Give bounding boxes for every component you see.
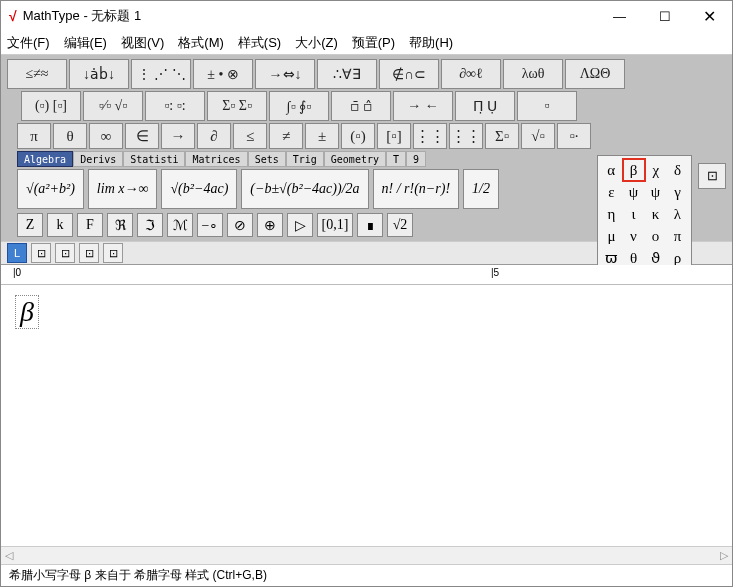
greek-kappa[interactable]: κ xyxy=(645,203,667,225)
pal-frac-root[interactable]: ▫⁄▫ √▫ xyxy=(83,91,143,121)
pal-box[interactable]: ▫ xyxy=(517,91,577,121)
sym-re[interactable]: ℜ xyxy=(107,213,133,237)
greek-gamma[interactable]: γ xyxy=(667,181,689,203)
pal-integral[interactable]: ∫▫ ∮▫ xyxy=(269,91,329,121)
sym-bracket[interactable]: [▫] xyxy=(377,123,411,149)
greek-eta[interactable]: η xyxy=(601,203,623,225)
sym-oslash[interactable]: ⊘ xyxy=(227,213,253,237)
sym-sqrt[interactable]: √▫ xyxy=(521,123,555,149)
horizontal-scrollbar[interactable]: ◁ ▷ xyxy=(1,546,732,564)
greek-eps[interactable]: ε xyxy=(601,181,623,203)
editor-area[interactable]: β xyxy=(1,285,732,546)
pal-binops[interactable]: ± • ⊗ xyxy=(193,59,253,89)
sym-neq[interactable]: ≠ xyxy=(269,123,303,149)
sym-pi[interactable]: π xyxy=(17,123,51,149)
greek-nu[interactable]: ν xyxy=(623,225,645,247)
tpl-limit[interactable]: lim x→∞ xyxy=(88,169,158,209)
scroll-right-icon[interactable]: ▷ xyxy=(720,549,728,562)
pal-calc[interactable]: ∂∞ℓ xyxy=(441,59,501,89)
sym-inf[interactable]: ∞ xyxy=(89,123,123,149)
mt-btn-1[interactable]: L xyxy=(7,243,27,263)
maximize-button[interactable]: ☐ xyxy=(642,1,687,31)
pal-sum[interactable]: Σ▫ Σ▫ xyxy=(207,91,267,121)
sym-Z[interactable]: Z xyxy=(17,213,43,237)
tab-geometry[interactable]: Geometry xyxy=(324,151,386,167)
pal-subsup[interactable]: ▫: ▫: xyxy=(145,91,205,121)
sym-tri[interactable]: ▷ xyxy=(287,213,313,237)
tpl-half[interactable]: 1/2 xyxy=(463,169,499,209)
pal-rel-ops[interactable]: ≤≠≈ xyxy=(7,59,67,89)
pal-set[interactable]: ∉∩⊂ xyxy=(379,59,439,89)
menu-pref[interactable]: 预置(P) xyxy=(352,34,395,52)
tab-9[interactable]: 9 xyxy=(406,151,426,167)
sym-script-m[interactable]: ℳ xyxy=(167,213,193,237)
sym-im[interactable]: ℑ xyxy=(137,213,163,237)
sym-paren[interactable]: (▫) xyxy=(341,123,375,149)
greek-pi[interactable]: π xyxy=(667,225,689,247)
sym-F[interactable]: F xyxy=(77,213,103,237)
pal-accents[interactable]: ↓ȧḃ↓ xyxy=(69,59,129,89)
tab-t[interactable]: T xyxy=(386,151,406,167)
pal-arrows[interactable]: →⇔↓ xyxy=(255,59,315,89)
tab-algebra[interactable]: Algebra xyxy=(17,151,73,167)
equation-content[interactable]: β xyxy=(15,295,39,329)
menu-file[interactable]: 文件(F) xyxy=(7,34,50,52)
sym-dot[interactable]: ▫· xyxy=(557,123,591,149)
tab-derivs[interactable]: Derivs xyxy=(73,151,123,167)
sym-theta[interactable]: θ xyxy=(53,123,87,149)
greek-lambda[interactable]: λ xyxy=(667,203,689,225)
pal-prodset[interactable]: Π̣ Ụ xyxy=(455,91,515,121)
sym-sigma[interactable]: Σ▫ xyxy=(485,123,519,149)
sym-partial[interactable]: ∂ xyxy=(197,123,231,149)
pal-matrix-side[interactable]: ⊡ xyxy=(698,163,726,189)
tpl-quadratic[interactable]: (−b±√(b²−4ac))/2a xyxy=(241,169,368,209)
tab-statisti[interactable]: Statisti xyxy=(123,151,185,167)
greek-phi[interactable]: ψ xyxy=(623,181,645,203)
greek-omicron[interactable]: ο xyxy=(645,225,667,247)
greek-delta[interactable]: δ xyxy=(667,159,689,181)
pal-dots[interactable]: ⋮ ⋰ ⋱ xyxy=(131,59,191,89)
greek-alpha[interactable]: α xyxy=(601,159,623,181)
sym-pm[interactable]: ± xyxy=(305,123,339,149)
close-button[interactable]: ✕ xyxy=(687,1,732,31)
greek-varphi[interactable]: ψ xyxy=(645,181,667,203)
tab-matrices[interactable]: Matrices xyxy=(185,151,247,167)
menu-edit[interactable]: 编辑(E) xyxy=(64,34,107,52)
pal-greek-upper[interactable]: ΛΩΘ xyxy=(565,59,625,89)
tpl-pythag[interactable]: √(a²+b²) xyxy=(17,169,84,209)
tab-trig[interactable]: Trig xyxy=(286,151,324,167)
pal-logic[interactable]: ∴∀∃ xyxy=(317,59,377,89)
menu-style[interactable]: 样式(S) xyxy=(238,34,281,52)
tpl-disc[interactable]: √(b²−4ac) xyxy=(161,169,237,209)
mt-btn-4[interactable]: ⊡ xyxy=(79,243,99,263)
sym-arrow[interactable]: → xyxy=(161,123,195,149)
mt-btn-2[interactable]: ⊡ xyxy=(31,243,51,263)
pal-fences[interactable]: (▫) [▫] xyxy=(21,91,81,121)
sym-k[interactable]: k xyxy=(47,213,73,237)
pal-overbar[interactable]: ▫̄ ▫̂ xyxy=(331,91,391,121)
tpl-combin[interactable]: n! / r!(n−r)! xyxy=(373,169,460,209)
menu-size[interactable]: 大小(Z) xyxy=(295,34,338,52)
greek-mu[interactable]: μ xyxy=(601,225,623,247)
ruler[interactable] xyxy=(1,265,732,285)
sym-box[interactable]: ∎ xyxy=(357,213,383,237)
sym-in[interactable]: ∈ xyxy=(125,123,159,149)
sym-oplus[interactable]: ⊕ xyxy=(257,213,283,237)
sym-mat3[interactable]: ⋮⋮ xyxy=(449,123,483,149)
menu-format[interactable]: 格式(M) xyxy=(178,34,224,52)
minimize-button[interactable]: — xyxy=(597,1,642,31)
pal-greek-lower[interactable]: λωθ xyxy=(503,59,563,89)
sym-leq[interactable]: ≤ xyxy=(233,123,267,149)
greek-iota[interactable]: ι xyxy=(623,203,645,225)
sym-interval[interactable]: [0,1] xyxy=(317,213,353,237)
tab-sets[interactable]: Sets xyxy=(248,151,286,167)
sym-sqrt2[interactable]: √2 xyxy=(387,213,413,237)
sym-mat2[interactable]: ⋮⋮ xyxy=(413,123,447,149)
greek-chi[interactable]: χ xyxy=(645,159,667,181)
mt-btn-3[interactable]: ⊡ xyxy=(55,243,75,263)
mt-btn-5[interactable]: ⊡ xyxy=(103,243,123,263)
menu-help[interactable]: 帮助(H) xyxy=(409,34,453,52)
pal-label-arrows[interactable]: → ← xyxy=(393,91,453,121)
sym-compose[interactable]: −∘ xyxy=(197,213,223,237)
greek-beta[interactable]: β xyxy=(623,159,645,181)
